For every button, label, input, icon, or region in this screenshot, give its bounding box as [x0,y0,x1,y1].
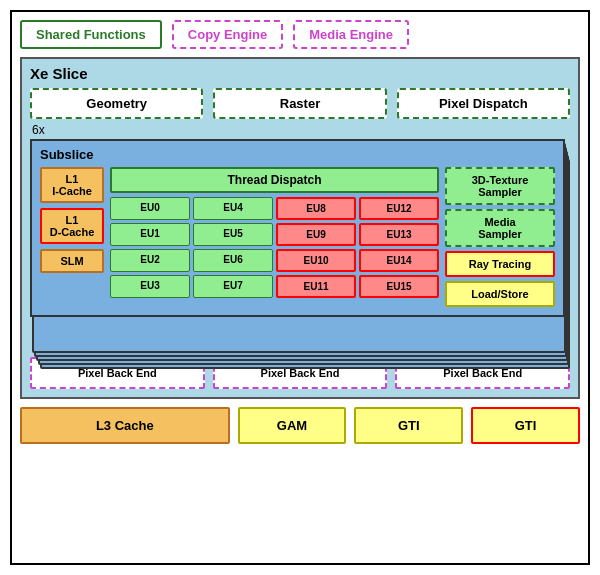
slice-top-row: Geometry Raster Pixel Dispatch [30,88,570,119]
subslice: Subslice L1I-Cache L1D-Cache SLM Thread … [30,139,565,317]
eu-cell-eu7: EU7 [193,275,273,298]
ray-tracing-box: Ray Tracing [445,251,555,277]
gam-box: GAM [238,407,347,444]
eu-cell-eu12: EU12 [359,197,439,220]
gti-2-box: GTI [471,407,580,444]
eu-cell-eu5: EU5 [193,223,273,246]
l1-icache-box: L1I-Cache [40,167,104,203]
load-store-box: Load/Store [445,281,555,307]
main-container: Shared Functions Copy Engine Media Engin… [10,10,590,565]
eu-cell-eu1: EU1 [110,223,190,246]
eu-cell-eu4: EU4 [193,197,273,220]
eu-cell-eu2: EU2 [110,249,190,272]
right-col: 3D-TextureSampler MediaSampler Ray Traci… [445,167,555,307]
raster-box: Raster [213,88,386,119]
slm-box: SLM [40,249,104,273]
eu-cell-eu15: EU15 [359,275,439,298]
thread-dispatch-box: Thread Dispatch [110,167,439,193]
subslice-inner: L1I-Cache L1D-Cache SLM Thread Dispatch … [40,167,555,307]
subslice-stack: Subslice L1I-Cache L1D-Cache SLM Thread … [30,139,570,349]
copy-engine-box: Copy Engine [172,20,283,49]
xe-slice-title: Xe Slice [30,65,570,82]
gti-1-box: GTI [354,407,463,444]
eu-cell-eu3: EU3 [110,275,190,298]
bottom-row: L3 Cache GAM GTI GTI [20,407,580,444]
media-sampler-box: MediaSampler [445,209,555,247]
media-engine-box: Media Engine [293,20,409,49]
top-row: Shared Functions Copy Engine Media Engin… [20,20,580,49]
cache-col: L1I-Cache L1D-Cache SLM [40,167,104,307]
pixel-dispatch-box: Pixel Dispatch [397,88,570,119]
eu-cell-eu0: EU0 [110,197,190,220]
middle-col: Thread Dispatch EU0EU4EU8EU12EU1EU5EU9EU… [110,167,439,307]
geometry-box: Geometry [30,88,203,119]
eu-cell-eu13: EU13 [359,223,439,246]
eu-cell-eu11: EU11 [276,275,356,298]
eu-grid: EU0EU4EU8EU12EU1EU5EU9EU13EU2EU6EU10EU14… [110,197,439,298]
eu-cell-eu10: EU10 [276,249,356,272]
eu-cell-eu9: EU9 [276,223,356,246]
l1-dcache-box: L1D-Cache [40,208,104,244]
eu-cell-eu14: EU14 [359,249,439,272]
xe-slice: Xe Slice Geometry Raster Pixel Dispatch … [20,57,580,399]
eu-cell-eu8: EU8 [276,197,356,220]
subslice-title: Subslice [40,147,555,162]
texture-sampler-box: 3D-TextureSampler [445,167,555,205]
eu-cell-eu6: EU6 [193,249,273,272]
six-label: 6x [32,123,570,137]
shared-functions-box: Shared Functions [20,20,162,49]
l3-cache-box: L3 Cache [20,407,230,444]
